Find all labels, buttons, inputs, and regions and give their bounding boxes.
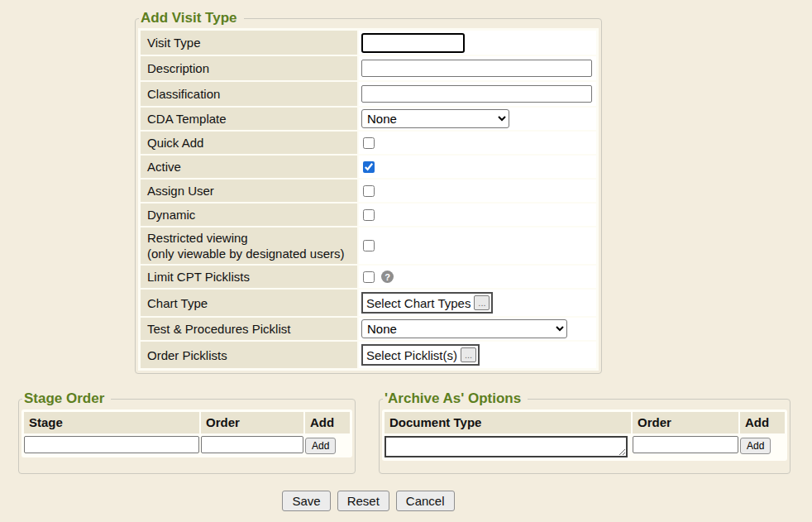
quick-add-row: Quick Add <box>141 132 596 154</box>
save-button[interactable]: Save <box>282 491 330 511</box>
reset-button[interactable]: Reset <box>337 491 389 511</box>
archive-as-table: Document Type Order Add Add <box>382 409 787 461</box>
quick-add-checkbox[interactable] <box>363 137 375 149</box>
form-action-bar: Save Reset Cancel <box>135 491 602 511</box>
add-visit-type-fieldset: Add Visit Type Visit Type Description Cl… <box>135 10 602 374</box>
active-row: Active <box>141 156 596 178</box>
test-procedures-picklist-select[interactable]: None <box>361 319 567 338</box>
cda-template-select[interactable]: None <box>361 109 509 128</box>
chart-type-ellipsis-button[interactable]: ... <box>474 295 490 310</box>
stage-order-fieldset: Stage Order Stage Order Add Add <box>18 390 356 474</box>
add-visit-type-legend: Add Visit Type <box>139 10 244 26</box>
help-icon[interactable]: ? <box>381 271 394 283</box>
add-column-header: Add <box>740 412 785 433</box>
order-picklists-label: Order Picklists <box>141 342 357 368</box>
active-checkbox[interactable] <box>363 161 375 173</box>
order-column-header: Order <box>633 412 738 433</box>
restricted-viewing-row: Restricted viewing (only viewable by des… <box>141 227 596 264</box>
assign-user-checkbox[interactable] <box>363 185 375 197</box>
classification-label: Classification <box>141 82 357 106</box>
add-column-header: Add <box>305 412 350 433</box>
stage-order-input[interactable] <box>201 436 303 453</box>
cda-template-row: CDA Template None <box>141 108 596 130</box>
archive-as-options-legend: 'Archive As' Options <box>383 390 528 407</box>
archive-add-button[interactable]: Add <box>740 438 771 454</box>
assign-user-row: Assign User <box>141 180 596 202</box>
add-visit-type-table: Visit Type Description Classification CD… <box>138 28 599 371</box>
order-column-header: Order <box>201 412 303 433</box>
stage-add-button[interactable]: Add <box>305 438 336 454</box>
visit-type-row: Visit Type <box>141 31 596 55</box>
cda-template-label: CDA Template <box>141 108 357 130</box>
order-picklists-ellipsis-button[interactable]: ... <box>461 347 476 362</box>
active-label: Active <box>141 156 357 178</box>
restricted-viewing-checkbox[interactable] <box>363 240 375 251</box>
stage-input[interactable] <box>24 436 199 453</box>
archive-as-options-fieldset: 'Archive As' Options Document Type Order… <box>379 390 791 474</box>
order-picklists-picker[interactable]: Select Picklist(s) ... <box>361 344 480 366</box>
limit-cpt-picklists-label: Limit CPT Picklists <box>141 266 357 288</box>
order-picklists-row: Order Picklists Select Picklist(s) ... <box>141 342 596 368</box>
limit-cpt-picklists-checkbox[interactable] <box>363 271 375 283</box>
chart-type-picker-text: Select Chart Types <box>366 296 470 310</box>
visit-type-input[interactable] <box>361 33 465 53</box>
stage-order-legend: Stage Order <box>22 390 111 407</box>
cancel-button[interactable]: Cancel <box>396 491 455 511</box>
limit-cpt-picklists-row: Limit CPT Picklists ? <box>141 266 596 288</box>
description-row: Description <box>141 56 596 80</box>
description-input[interactable] <box>361 60 592 77</box>
restricted-viewing-label: Restricted viewing <box>147 230 351 246</box>
chart-type-row: Chart Type Select Chart Types ... <box>141 290 596 316</box>
dynamic-row: Dynamic <box>141 204 596 226</box>
quick-add-label: Quick Add <box>141 132 357 154</box>
classification-row: Classification <box>141 82 596 106</box>
test-procedures-picklist-row: Test & Procedures Picklist None <box>141 318 596 340</box>
test-procedures-picklist-label: Test & Procedures Picklist <box>141 318 357 340</box>
document-type-column-header: Document Type <box>385 412 631 433</box>
chart-type-picker[interactable]: Select Chart Types ... <box>361 292 493 314</box>
dynamic-checkbox[interactable] <box>363 209 375 221</box>
chart-type-label: Chart Type <box>141 290 357 316</box>
order-picklists-picker-text: Select Picklist(s) <box>366 348 457 362</box>
archive-order-input[interactable] <box>633 436 738 453</box>
document-type-textarea[interactable] <box>385 436 628 457</box>
description-label: Description <box>141 56 357 80</box>
classification-input[interactable] <box>361 85 592 103</box>
dynamic-label: Dynamic <box>141 204 357 226</box>
restricted-viewing-sublabel: (only viewable by designated users) <box>147 246 351 261</box>
assign-user-label: Assign User <box>141 180 357 202</box>
stage-column-header: Stage <box>24 412 199 433</box>
stage-order-table: Stage Order Add Add <box>21 409 352 457</box>
visit-type-label: Visit Type <box>141 31 357 55</box>
